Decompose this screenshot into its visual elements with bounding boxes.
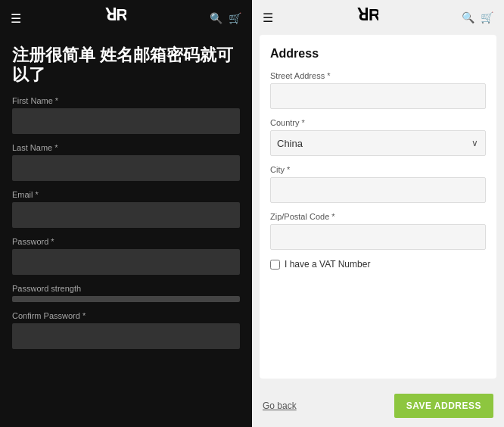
email-label: Email *	[12, 190, 240, 199]
vat-label: I have a VAT Number	[285, 259, 370, 270]
zip-label: Zip/Postal Code *	[270, 212, 486, 221]
save-address-button[interactable]: SAVE ADDRESS	[394, 394, 493, 418]
left-search-icon[interactable]: 🔍	[210, 12, 222, 24]
zip-input[interactable]	[270, 224, 486, 250]
left-heading: 注册很简单 姓名邮箱密码就可以了	[12, 45, 240, 86]
strength-label: Password strength	[12, 284, 240, 293]
address-footer: Go back SAVE ADDRESS	[252, 386, 504, 427]
first-name-group: First Name *	[12, 96, 240, 134]
right-nav-icons: 🔍 🛒	[462, 11, 493, 23]
country-group: Country * China United States United Kin…	[270, 118, 486, 156]
left-logo-svg: ꓤR	[105, 8, 126, 24]
left-nav-icons: 🔍 🛒	[210, 12, 241, 24]
last-name-label: Last Name *	[12, 143, 240, 152]
right-logo: ꓤR	[357, 8, 378, 27]
street-label: Street Address *	[270, 71, 486, 80]
vat-checkbox[interactable]	[270, 260, 280, 270]
left-logo: ꓤR	[105, 8, 126, 29]
right-content: Address Street Address * Country * China…	[260, 35, 496, 379]
left-content: 注册很简单 姓名邮箱密码就可以了 First Name * Last Name …	[0, 36, 252, 427]
zip-group: Zip/Postal Code *	[270, 212, 486, 250]
right-menu-icon[interactable]: ☰	[263, 11, 273, 25]
left-nav-bar: ☰ ꓤR 🔍 🛒	[0, 0, 252, 36]
svg-text:ꓤR: ꓤR	[357, 8, 378, 24]
country-label: Country *	[270, 118, 486, 127]
right-panel: ☰ ꓤR 🔍 🛒 Address Street Address * Countr…	[252, 0, 504, 427]
password-label: Password *	[12, 237, 240, 246]
confirm-password-group: Confirm Password *	[12, 311, 240, 349]
address-section-title: Address	[270, 47, 486, 61]
password-group: Password *	[12, 237, 240, 275]
first-name-label: First Name *	[12, 96, 240, 105]
left-cart-icon[interactable]: 🛒	[229, 12, 241, 24]
left-menu-icon[interactable]: ☰	[11, 11, 21, 26]
city-group: City *	[270, 165, 486, 203]
country-select[interactable]: China United States United Kingdom Germa…	[270, 130, 486, 156]
street-input[interactable]	[270, 83, 486, 109]
right-search-icon[interactable]: 🔍	[462, 11, 474, 23]
last-name-group: Last Name *	[12, 143, 240, 181]
email-input[interactable]	[12, 202, 240, 228]
strength-group: Password strength	[12, 284, 240, 302]
last-name-input[interactable]	[12, 155, 240, 181]
strength-bar	[12, 296, 240, 302]
left-panel: ☰ ꓤR 🔍 🛒 注册很简单 姓名邮箱密码就可以了 First Name * L…	[0, 0, 252, 427]
street-group: Street Address *	[270, 71, 486, 109]
confirm-password-label: Confirm Password *	[12, 311, 240, 320]
country-select-wrapper: China United States United Kingdom Germa…	[270, 130, 486, 156]
right-cart-icon[interactable]: 🛒	[481, 11, 493, 23]
right-logo-svg: ꓤR	[357, 8, 378, 24]
city-input[interactable]	[270, 177, 486, 203]
go-back-link[interactable]: Go back	[263, 401, 297, 411]
first-name-input[interactable]	[12, 108, 240, 134]
confirm-password-input[interactable]	[12, 323, 240, 349]
svg-text:ꓤR: ꓤR	[105, 8, 126, 24]
right-nav-bar: ☰ ꓤR 🔍 🛒	[252, 0, 504, 35]
vat-row: I have a VAT Number	[270, 259, 486, 270]
password-input[interactable]	[12, 249, 240, 275]
city-label: City *	[270, 165, 486, 174]
email-group: Email *	[12, 190, 240, 228]
